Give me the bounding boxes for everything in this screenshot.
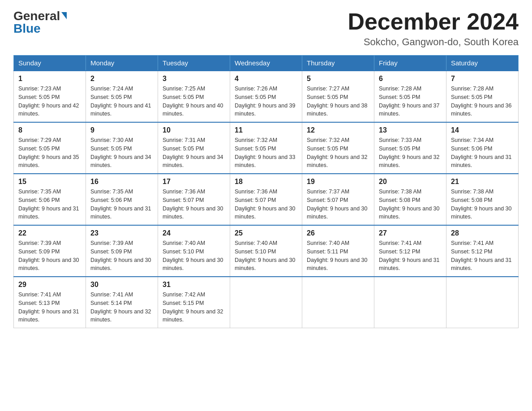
page-header: General Blue December 2024 Sokcho, Gangw…: [13, 9, 519, 48]
day-info: Sunrise: 7:35 AMSunset: 5:06 PMDaylight:…: [18, 188, 81, 221]
col-tuesday: Tuesday: [158, 56, 230, 71]
day-number: 7: [451, 75, 514, 83]
day-number: 12: [307, 126, 369, 134]
day-number: 1: [18, 75, 81, 83]
col-friday: Friday: [374, 56, 446, 71]
location-title: Sokcho, Gangwon-do, South Korea: [348, 36, 519, 48]
table-row: 14 Sunrise: 7:34 AMSunset: 5:06 PMDaylig…: [446, 122, 519, 174]
table-row: 22 Sunrise: 7:39 AMSunset: 5:09 PMDaylig…: [14, 225, 86, 277]
table-row: 16 Sunrise: 7:35 AMSunset: 5:06 PMDaylig…: [86, 174, 158, 225]
day-number: 30: [90, 281, 153, 289]
day-info: Sunrise: 7:42 AMSunset: 5:15 PMDaylight:…: [163, 291, 225, 324]
table-row: 10 Sunrise: 7:31 AMSunset: 5:05 PMDaylig…: [158, 122, 230, 174]
calendar-week-row: 22 Sunrise: 7:39 AMSunset: 5:09 PMDaylig…: [14, 225, 519, 277]
day-info: Sunrise: 7:29 AMSunset: 5:05 PMDaylight:…: [18, 136, 81, 170]
day-number: 9: [90, 126, 153, 134]
col-monday: Monday: [86, 56, 158, 71]
day-info: Sunrise: 7:34 AMSunset: 5:06 PMDaylight:…: [451, 136, 514, 170]
logo-triangle-icon: [61, 12, 67, 19]
day-number: 27: [379, 229, 442, 237]
day-number: 22: [18, 229, 81, 237]
day-info: Sunrise: 7:25 AMSunset: 5:05 PMDaylight:…: [163, 85, 225, 118]
table-row: [446, 277, 519, 328]
table-row: 24 Sunrise: 7:40 AMSunset: 5:10 PMDaylig…: [158, 225, 230, 277]
logo-blue: Blue: [13, 21, 41, 36]
table-row: 29 Sunrise: 7:41 AMSunset: 5:13 PMDaylig…: [14, 277, 86, 328]
table-row: 30 Sunrise: 7:41 AMSunset: 5:14 PMDaylig…: [86, 277, 158, 328]
calendar-week-row: 8 Sunrise: 7:29 AMSunset: 5:05 PMDayligh…: [14, 122, 519, 174]
day-number: 10: [163, 126, 225, 134]
calendar-header-row: Sunday Monday Tuesday Wednesday Thursday…: [14, 56, 519, 71]
col-thursday: Thursday: [302, 56, 374, 71]
col-saturday: Saturday: [446, 56, 519, 71]
day-number: 20: [379, 178, 442, 186]
day-number: 3: [163, 75, 225, 83]
table-row: 18 Sunrise: 7:36 AMSunset: 5:07 PMDaylig…: [230, 174, 302, 225]
day-info: Sunrise: 7:32 AMSunset: 5:05 PMDaylight:…: [235, 136, 297, 170]
table-row: 2 Sunrise: 7:24 AMSunset: 5:05 PMDayligh…: [86, 71, 158, 122]
day-number: 2: [90, 75, 153, 83]
day-number: 13: [379, 126, 442, 134]
day-info: Sunrise: 7:41 AMSunset: 5:14 PMDaylight:…: [90, 291, 153, 324]
day-info: Sunrise: 7:41 AMSunset: 5:13 PMDaylight:…: [18, 291, 81, 324]
day-number: 24: [163, 229, 225, 237]
day-info: Sunrise: 7:41 AMSunset: 5:12 PMDaylight:…: [451, 239, 514, 273]
day-number: 21: [451, 178, 514, 186]
day-info: Sunrise: 7:40 AMSunset: 5:10 PMDaylight:…: [235, 239, 297, 273]
table-row: 27 Sunrise: 7:41 AMSunset: 5:12 PMDaylig…: [374, 225, 446, 277]
day-info: Sunrise: 7:36 AMSunset: 5:07 PMDaylight:…: [235, 188, 297, 221]
table-row: 20 Sunrise: 7:38 AMSunset: 5:08 PMDaylig…: [374, 174, 446, 225]
col-wednesday: Wednesday: [230, 56, 302, 71]
day-info: Sunrise: 7:28 AMSunset: 5:05 PMDaylight:…: [451, 85, 514, 118]
day-info: Sunrise: 7:38 AMSunset: 5:08 PMDaylight:…: [451, 188, 514, 221]
day-number: 17: [163, 178, 225, 186]
table-row: 11 Sunrise: 7:32 AMSunset: 5:05 PMDaylig…: [230, 122, 302, 174]
day-info: Sunrise: 7:39 AMSunset: 5:09 PMDaylight:…: [90, 239, 153, 273]
table-row: [302, 277, 374, 328]
table-row: 23 Sunrise: 7:39 AMSunset: 5:09 PMDaylig…: [86, 225, 158, 277]
table-row: 9 Sunrise: 7:30 AMSunset: 5:05 PMDayligh…: [86, 122, 158, 174]
day-number: 29: [18, 281, 81, 289]
table-row: 6 Sunrise: 7:28 AMSunset: 5:05 PMDayligh…: [374, 71, 446, 122]
day-number: 4: [235, 75, 297, 83]
table-row: 28 Sunrise: 7:41 AMSunset: 5:12 PMDaylig…: [446, 225, 519, 277]
day-info: Sunrise: 7:30 AMSunset: 5:05 PMDaylight:…: [90, 136, 153, 170]
col-sunday: Sunday: [14, 56, 86, 71]
day-info: Sunrise: 7:28 AMSunset: 5:05 PMDaylight:…: [379, 85, 442, 118]
table-row: 8 Sunrise: 7:29 AMSunset: 5:05 PMDayligh…: [14, 122, 86, 174]
day-info: Sunrise: 7:40 AMSunset: 5:11 PMDaylight:…: [307, 239, 369, 273]
day-info: Sunrise: 7:24 AMSunset: 5:05 PMDaylight:…: [90, 85, 153, 118]
month-title: December 2024: [348, 9, 519, 34]
table-row: 5 Sunrise: 7:27 AMSunset: 5:05 PMDayligh…: [302, 71, 374, 122]
calendar-week-row: 15 Sunrise: 7:35 AMSunset: 5:06 PMDaylig…: [14, 174, 519, 225]
table-row: 26 Sunrise: 7:40 AMSunset: 5:11 PMDaylig…: [302, 225, 374, 277]
table-row: 13 Sunrise: 7:33 AMSunset: 5:05 PMDaylig…: [374, 122, 446, 174]
day-info: Sunrise: 7:26 AMSunset: 5:05 PMDaylight:…: [235, 85, 297, 118]
calendar-week-row: 1 Sunrise: 7:23 AMSunset: 5:05 PMDayligh…: [14, 71, 519, 122]
calendar-table: Sunday Monday Tuesday Wednesday Thursday…: [13, 55, 519, 328]
calendar-week-row: 29 Sunrise: 7:41 AMSunset: 5:13 PMDaylig…: [14, 277, 519, 328]
day-info: Sunrise: 7:23 AMSunset: 5:05 PMDaylight:…: [18, 85, 81, 118]
logo: General Blue: [13, 9, 67, 36]
day-number: 25: [235, 229, 297, 237]
day-info: Sunrise: 7:27 AMSunset: 5:05 PMDaylight:…: [307, 85, 369, 118]
day-info: Sunrise: 7:31 AMSunset: 5:05 PMDaylight:…: [163, 136, 225, 170]
day-info: Sunrise: 7:41 AMSunset: 5:12 PMDaylight:…: [379, 239, 442, 273]
day-info: Sunrise: 7:38 AMSunset: 5:08 PMDaylight:…: [379, 188, 442, 221]
day-number: 11: [235, 126, 297, 134]
day-number: 6: [379, 75, 442, 83]
day-info: Sunrise: 7:35 AMSunset: 5:06 PMDaylight:…: [90, 188, 153, 221]
title-section: December 2024 Sokcho, Gangwon-do, South …: [348, 9, 519, 48]
table-row: 3 Sunrise: 7:25 AMSunset: 5:05 PMDayligh…: [158, 71, 230, 122]
day-info: Sunrise: 7:39 AMSunset: 5:09 PMDaylight:…: [18, 239, 81, 273]
day-info: Sunrise: 7:37 AMSunset: 5:07 PMDaylight:…: [307, 188, 369, 221]
day-number: 23: [90, 229, 153, 237]
table-row: [374, 277, 446, 328]
day-number: 19: [307, 178, 369, 186]
day-number: 28: [451, 229, 514, 237]
table-row: 17 Sunrise: 7:36 AMSunset: 5:07 PMDaylig…: [158, 174, 230, 225]
day-info: Sunrise: 7:32 AMSunset: 5:05 PMDaylight:…: [307, 136, 369, 170]
day-number: 5: [307, 75, 369, 83]
table-row: 31 Sunrise: 7:42 AMSunset: 5:15 PMDaylig…: [158, 277, 230, 328]
day-number: 16: [90, 178, 153, 186]
